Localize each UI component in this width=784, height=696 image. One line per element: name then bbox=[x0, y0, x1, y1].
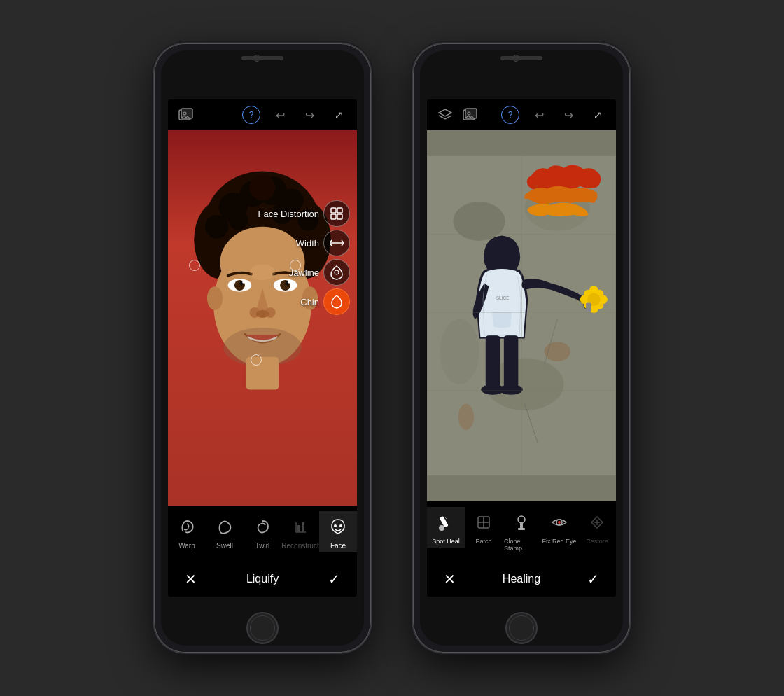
photo-library-icon[interactable] bbox=[176, 105, 196, 125]
face-distortion-label: Face Distortion bbox=[258, 209, 319, 219]
confirm-button-1[interactable]: ✓ bbox=[328, 571, 340, 587]
jawline-label: Jawline bbox=[289, 267, 319, 278]
face-image bbox=[168, 130, 357, 506]
expand-button-1[interactable]: ⤢ bbox=[329, 105, 349, 125]
svg-point-12 bbox=[249, 174, 275, 200]
photo-library-icon-2[interactable] bbox=[461, 105, 480, 125]
tools-bar-2: Spot Heal Patch bbox=[427, 501, 616, 562]
tool-clone-stamp[interactable]: Clone Stamp bbox=[503, 507, 540, 555]
distortion-dot-left[interactable] bbox=[189, 260, 200, 271]
cancel-button-1[interactable]: ✕ bbox=[185, 571, 197, 587]
svg-rect-34 bbox=[337, 208, 342, 213]
home-button-1[interactable] bbox=[246, 612, 279, 644]
width-label: Width bbox=[296, 238, 319, 249]
clone-stamp-label: Clone Stamp bbox=[504, 538, 539, 552]
swell-icon bbox=[212, 514, 237, 539]
warp-label: Warp bbox=[178, 542, 195, 550]
svg-rect-77 bbox=[586, 302, 591, 312]
undo-button-1[interactable]: ↩ bbox=[270, 105, 290, 125]
tool-face[interactable]: Face bbox=[319, 511, 357, 552]
svg-rect-61 bbox=[486, 335, 500, 387]
phone-1-inner: ? ↩ ↪ ⤢ bbox=[161, 50, 364, 646]
svg-line-86 bbox=[444, 517, 447, 520]
phone-1: ? ↩ ↪ ⤢ bbox=[154, 43, 371, 653]
tool-fix-red-eye[interactable]: Fix Red Eye bbox=[540, 507, 578, 548]
tool-spot-heal[interactable]: Spot Heal bbox=[427, 507, 465, 548]
undo-button-2[interactable]: ↩ bbox=[529, 105, 549, 125]
spot-heal-icon bbox=[433, 510, 458, 535]
face-photo: Face Distortion Widt bbox=[168, 130, 357, 506]
tool-swell[interactable]: Swell bbox=[206, 511, 244, 552]
chin-label: Chin bbox=[300, 297, 319, 307]
swell-label: Swell bbox=[216, 542, 233, 550]
svg-point-17 bbox=[207, 286, 223, 310]
menu-item-jawline[interactable]: Jawline bbox=[258, 259, 350, 286]
svg-point-48 bbox=[453, 202, 505, 241]
menu-item-width[interactable]: Width bbox=[258, 230, 350, 256]
tool-restore: Restore bbox=[578, 507, 616, 548]
svg-point-64 bbox=[499, 384, 523, 395]
svg-rect-36 bbox=[337, 214, 342, 219]
fix-red-eye-icon bbox=[547, 510, 572, 535]
face-distortion-menu: Face Distortion Widt bbox=[258, 200, 350, 315]
svg-point-90 bbox=[518, 516, 525, 523]
cancel-button-2[interactable]: ✕ bbox=[444, 571, 456, 587]
spot-heal-label: Spot Heal bbox=[432, 538, 460, 545]
chin-icon[interactable] bbox=[323, 288, 350, 315]
toolbar-top-1: ? ↩ ↪ ⤢ bbox=[168, 99, 357, 130]
help-button-1[interactable]: ? bbox=[242, 106, 260, 124]
expand-button-2[interactable]: ⤢ bbox=[588, 105, 608, 125]
tool-twirl[interactable]: Twirl bbox=[244, 511, 281, 552]
phone-2-screen: ? ↩ ↪ ⤢ bbox=[427, 99, 616, 597]
svg-point-25 bbox=[242, 281, 245, 284]
twirl-label: Twirl bbox=[255, 542, 270, 550]
confirm-button-2[interactable]: ✓ bbox=[587, 571, 599, 587]
svg-point-51 bbox=[440, 319, 479, 384]
warp-icon bbox=[174, 514, 200, 539]
svg-point-13 bbox=[229, 210, 248, 230]
tool-reconstruct: Reconstruct bbox=[281, 511, 319, 552]
patch-icon bbox=[471, 510, 496, 535]
phone-2-inner: ? ↩ ↪ ⤢ bbox=[420, 50, 623, 646]
tool-warp[interactable]: Warp bbox=[168, 511, 206, 552]
clone-stamp-icon bbox=[509, 510, 534, 535]
reconstruct-icon bbox=[288, 514, 313, 539]
distortion-dot-chin[interactable] bbox=[251, 354, 262, 366]
action-bar-1: ✕ Liquify ✓ bbox=[168, 562, 357, 597]
action-bar-2: ✕ Healing ✓ bbox=[427, 562, 616, 597]
speaker-1 bbox=[241, 56, 284, 60]
jawline-icon[interactable] bbox=[323, 259, 350, 286]
svg-rect-40 bbox=[302, 522, 304, 532]
svg-point-94 bbox=[558, 521, 561, 524]
help-button-2[interactable]: ? bbox=[501, 106, 519, 124]
layers-icon[interactable] bbox=[435, 105, 455, 125]
tools-bar-1: Warp Swell bbox=[168, 506, 357, 562]
phone-1-screen: ? ↩ ↪ ⤢ bbox=[168, 99, 357, 597]
mode-title-1: Liquify bbox=[246, 573, 279, 585]
menu-item-face-distortion[interactable]: Face Distortion bbox=[258, 200, 350, 227]
toolbar-left-icons-2 bbox=[435, 105, 480, 125]
menu-item-chin[interactable]: Chin bbox=[258, 288, 350, 315]
redo-button-2[interactable]: ↪ bbox=[559, 105, 578, 125]
face-distortion-icon[interactable] bbox=[323, 200, 350, 227]
toolbar-right-icons-2: ? ↩ ↪ ⤢ bbox=[501, 105, 608, 125]
phone-2: ? ↩ ↪ ⤢ bbox=[413, 43, 630, 653]
restore-label: Restore bbox=[586, 538, 608, 545]
width-icon[interactable] bbox=[323, 230, 350, 256]
graffiti-photo: SLICE bbox=[427, 130, 616, 501]
face-icon bbox=[326, 514, 351, 539]
redo-button-1[interactable]: ↪ bbox=[300, 105, 319, 125]
svg-point-54 bbox=[458, 404, 474, 430]
tool-patch[interactable]: Patch bbox=[465, 507, 503, 548]
toolbar-top-2: ? ↩ ↪ ⤢ bbox=[427, 99, 616, 130]
svg-point-41 bbox=[334, 524, 337, 527]
mode-title-2: Healing bbox=[503, 573, 540, 585]
svg-text:SLICE: SLICE bbox=[496, 295, 510, 300]
restore-icon bbox=[584, 510, 610, 535]
svg-rect-92 bbox=[518, 528, 525, 530]
svg-point-42 bbox=[340, 524, 342, 527]
home-button-2[interactable] bbox=[505, 612, 538, 644]
svg-rect-39 bbox=[298, 525, 300, 532]
twirl-icon bbox=[250, 514, 275, 539]
reconstruct-label: Reconstruct bbox=[281, 542, 318, 550]
